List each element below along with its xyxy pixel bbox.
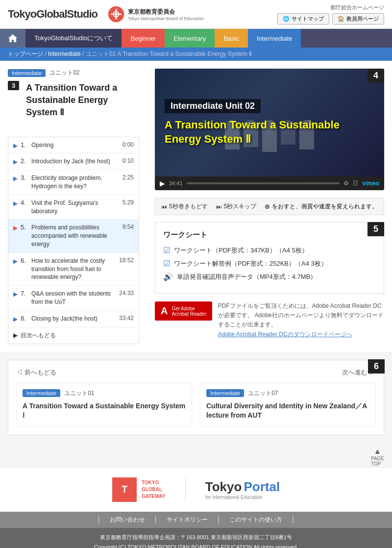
- video-progress-bar[interactable]: [187, 182, 340, 184]
- audio-icon: 🔊: [163, 272, 173, 281]
- toc-num-6: 6.: [21, 257, 29, 264]
- toc-num-1: 1.: [21, 141, 29, 149]
- toc-arrow-1: ▶: [13, 142, 18, 149]
- pdf-icon-2: ☑: [163, 259, 170, 268]
- toc-item-7[interactable]: ▶ 7. Q&A session with the students from …: [8, 286, 139, 311]
- toc-item-5[interactable]: ▶ 5. Problems and possibilities accompan…: [8, 220, 139, 252]
- site-header: TokyoGlobalStudio 東京都教育委員会 Tokyo Metropo…: [0, 0, 392, 29]
- video-container: Intermediate Unit 02 A Transition Toward…: [155, 69, 384, 190]
- tgg-text: TOKYO GLOBAL GATEWAY: [142, 479, 166, 500]
- toc-arrow-6: ▶: [13, 258, 18, 265]
- nav-basic[interactable]: Basic: [215, 29, 248, 48]
- footer-link-usage[interactable]: このサイトの使い方: [229, 516, 282, 523]
- play-button[interactable]: ▶: [160, 179, 165, 187]
- toc-item-8[interactable]: ▶ 8. Closing by Jack(the host) 33:42: [8, 311, 139, 327]
- toc-time-4: 5:29: [122, 199, 134, 206]
- toc-num-5: 5.: [21, 224, 29, 231]
- vimeo-logo: vimeo: [362, 180, 379, 187]
- prev-button[interactable]: ◁ 前へもどる: [16, 368, 56, 377]
- tokyo-board-logo: 東京都教育委員会 Tokyo Metropolitan Board of Edu…: [107, 5, 204, 23]
- header-buttons: 🌐 サイトマップ 🏠 教員用ページ: [277, 13, 384, 25]
- tokyo-portal-logo[interactable]: Tokyo Portal for International Education: [205, 479, 280, 500]
- skip-forward-button[interactable]: ⏭ 5秒スキップ: [216, 202, 257, 211]
- footer-nav: │ お問い合わせ │ サイトポリシー │ このサイトの使い方 │: [0, 512, 392, 528]
- footer-link-contact[interactable]: お問い合わせ: [110, 516, 145, 523]
- main-content: Intermediate ユニット02 3 A Transition Towar…: [0, 61, 392, 352]
- worksheet-item-3[interactable]: 🔊 単語発音確認用音声データ（MP4形式：4.7MB）: [163, 272, 376, 281]
- sitemap-button[interactable]: 🌐 サイトマップ: [277, 13, 329, 25]
- prev-level-badge: Intermediate: [23, 389, 60, 397]
- rewind-button[interactable]: ⏮ 5秒巻きもどす: [161, 202, 208, 211]
- table-of-contents: ▶ 1. Opening 0:00 ▶ 2. Introduction by J…: [8, 137, 139, 344]
- teacher-button[interactable]: 🏠 教員用ページ: [332, 13, 384, 25]
- adobe-download-link[interactable]: Adobe Acrobat Reader DCのダウンロードページへ: [218, 331, 352, 338]
- toc-arrow-8: ▶: [13, 316, 18, 323]
- prev-card-title: A Transition Toward a Sustainable Energy…: [23, 401, 186, 421]
- prev-next-section: 6 ◁ 前へもどる 次へ進む ▷ Intermediate ユニット01 A T…: [8, 360, 384, 435]
- adobe-button[interactable]: A Get Adobe Acrobat Reader: [155, 301, 212, 321]
- tgg-icon: T: [112, 477, 137, 502]
- speed-icon: ⚙: [265, 203, 270, 210]
- toc-text-7: Q&A session with the students from the U…: [31, 290, 115, 306]
- page-top-section: ▲ PAGETOP: [0, 443, 392, 467]
- video-overlay: Intermediate Unit 02 A Transition Toward…: [155, 69, 384, 176]
- tp-tokyo: Tokyo: [205, 479, 242, 495]
- section-number-3: 3: [8, 81, 19, 90]
- breadcrumb-unit: ユニット02 A Transition Toward a Sustainable…: [86, 50, 252, 57]
- section-badge-6: 6: [368, 359, 385, 374]
- tgg-icon-svg: T: [116, 481, 133, 498]
- right-panel: Intermediate Unit 02 A Transition Toward…: [147, 61, 392, 352]
- gear-icon[interactable]: ⚙: [343, 180, 349, 187]
- tgg-logo[interactable]: T TOKYO GLOBAL GATEWAY: [112, 477, 166, 502]
- rewind-icon: ⏮: [161, 203, 167, 210]
- settings-icon[interactable]: ☷: [353, 180, 358, 187]
- breadcrumb-level[interactable]: Intermediate: [48, 50, 81, 57]
- toc-back-arrow: ▶: [13, 332, 18, 339]
- footer-logos: T TOKYO GLOBAL GATEWAY Tokyo Portal for …: [0, 467, 392, 512]
- content-wrapper: Intermediate ユニット02 3 A Transition Towar…: [0, 61, 392, 352]
- worksheet-item-2[interactable]: ☑ ワークシート解答例（PDF形式：252KB）（A4 3枚）: [163, 259, 376, 268]
- footer-sep-3: │: [217, 516, 222, 523]
- left-panel: Intermediate ユニット02 3 A Transition Towar…: [0, 61, 147, 352]
- footer-link-policy[interactable]: サイトポリシー: [167, 516, 208, 523]
- worksheet-text-2: ワークシート解答例（PDF形式：252KB）（A4 3枚）: [174, 259, 327, 268]
- breadcrumb-home[interactable]: トップページ: [8, 50, 43, 57]
- site-logo: TokyoGlobalStudio: [8, 8, 98, 21]
- section-badge-4: 4: [368, 69, 384, 83]
- breadcrumb: トップページ / Intermediate / ユニット02 A Transit…: [0, 48, 392, 61]
- logo-divider: [185, 477, 186, 502]
- toc-item-4[interactable]: ▶ 4. Visit the Prof. Sugiyama's laborato…: [8, 195, 139, 220]
- next-card[interactable]: Intermediate ユニット07 Cultural Diversity a…: [200, 383, 376, 427]
- tokyo-board-text: 東京都教育委員会 Tokyo Metropolitan Board of Edu…: [128, 8, 204, 21]
- toc-text-8: Closing by Jack(the host): [31, 315, 115, 323]
- top-link[interactable]: 都庁総合ホームページ: [330, 4, 384, 11]
- rewind-label: 5秒巻きもどす: [169, 202, 208, 211]
- worksheet-item-1[interactable]: ☑ ワークシート（PDF形式：347KB）（A4 5枚）: [163, 246, 376, 255]
- nav-arrows: ◁ 前へもどる 次へ進む ▷: [16, 368, 376, 377]
- adobe-btn-text: Get Adobe Acrobat Reader: [172, 306, 206, 317]
- toc-item-2[interactable]: ▶ 2. Introduction by Jack (the host) 0:1…: [8, 153, 139, 170]
- toc-item-6[interactable]: ▶ 6. How to accelerate the costly transi…: [8, 253, 139, 286]
- prev-card[interactable]: Intermediate ユニット01 A Transition Toward …: [16, 383, 192, 427]
- footer-bottom: 東京都教育庁指導部指導企画課：〒163-8001 東京都新宿区西新宿二丁目8番1…: [0, 528, 392, 548]
- video-title-overlay: A Transition Toward a Sustainable Energy…: [165, 118, 374, 146]
- toc-item-3[interactable]: ▶ 3. Electricity storage problem. Hydrog…: [8, 170, 139, 195]
- nav-intermediate[interactable]: Intermediate: [248, 29, 301, 48]
- toc-time-3: 2:25: [122, 174, 134, 181]
- next-unit-badge: ユニット07: [248, 389, 278, 398]
- unit-badge: ユニット02: [49, 69, 79, 77]
- toc-back-button[interactable]: ▶ 目次へもどる: [8, 327, 139, 344]
- toc-num-3: 3.: [21, 174, 29, 181]
- video-thumbnail: Intermediate Unit 02 A Transition Toward…: [155, 69, 384, 176]
- toc-arrow-5: ▶: [13, 224, 18, 231]
- nav-beginner[interactable]: Beginner: [122, 29, 165, 48]
- nav-elementary[interactable]: Elementary: [165, 29, 215, 48]
- page-top-button[interactable]: ▲ PAGETOP: [371, 447, 384, 467]
- nav-home[interactable]: [0, 29, 25, 48]
- worksheet-section: 5 ワークシート ☑ ワークシート（PDF形式：347KB）（A4 5枚） ☑ …: [155, 222, 384, 294]
- nav-items: TokyoGlobalStudioについて Beginner Elementar…: [25, 29, 392, 48]
- toc-text-4: Visit the Prof. Sugiyama's laboratory: [31, 199, 119, 216]
- nav-about[interactable]: TokyoGlobalStudioについて: [25, 29, 122, 48]
- toc-item-1[interactable]: ▶ 1. Opening 0:00: [8, 137, 139, 154]
- tp-sub: for International Education: [205, 495, 280, 500]
